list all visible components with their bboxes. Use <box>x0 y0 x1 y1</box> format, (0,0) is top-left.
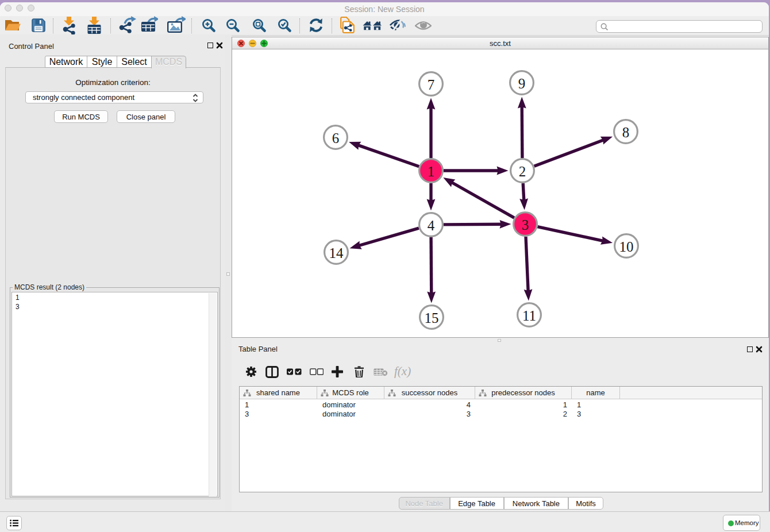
svg-text:9: 9 <box>518 76 526 91</box>
svg-text:6: 6 <box>332 130 340 146</box>
svg-text:7: 7 <box>428 77 435 92</box>
svg-text:3: 3 <box>522 217 529 233</box>
svg-text:4: 4 <box>428 218 435 233</box>
svg-text:1: 1 <box>428 164 435 179</box>
svg-text:15: 15 <box>425 310 439 326</box>
svg-text:2: 2 <box>519 164 526 179</box>
svg-text:14: 14 <box>329 245 344 261</box>
svg-text:8: 8 <box>622 125 630 140</box>
svg-text:10: 10 <box>619 239 634 255</box>
svg-text:11: 11 <box>522 308 536 323</box>
